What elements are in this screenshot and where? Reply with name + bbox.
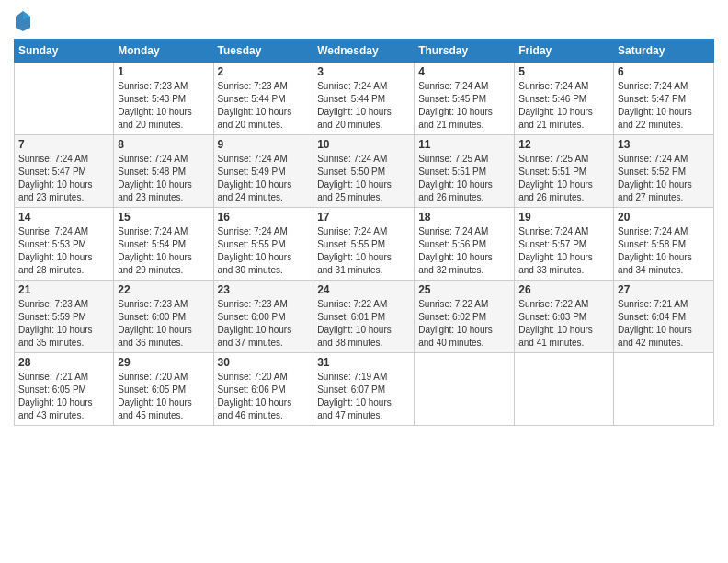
calendar-cell: 10Sunrise: 7:24 AMSunset: 5:50 PMDayligh… bbox=[313, 135, 415, 208]
sunset-text: Sunset: 5:47 PM bbox=[18, 166, 109, 178]
calendar-cell: 21Sunrise: 7:23 AMSunset: 5:59 PMDayligh… bbox=[15, 281, 114, 353]
daylight-text: Daylight: 10 hours bbox=[18, 251, 109, 264]
day-number: 16 bbox=[218, 211, 310, 224]
sunrise-text: Sunrise: 7:23 AM bbox=[118, 80, 209, 93]
calendar-cell: 12Sunrise: 7:25 AMSunset: 5:51 PMDayligh… bbox=[515, 135, 614, 208]
calendar-cell: 25Sunrise: 7:22 AMSunset: 6:02 PMDayligh… bbox=[415, 281, 515, 353]
day-info: Sunrise: 7:24 AMSunset: 5:55 PMDaylight:… bbox=[218, 225, 310, 277]
daylight-text: and 41 minutes. bbox=[518, 337, 609, 350]
sunrise-text: Sunrise: 7:24 AM bbox=[118, 153, 209, 166]
calendar-cell: 1Sunrise: 7:23 AMSunset: 5:43 PMDaylight… bbox=[114, 63, 213, 135]
daylight-text: Daylight: 10 hours bbox=[618, 178, 710, 191]
daylight-text: Daylight: 10 hours bbox=[218, 106, 310, 119]
daylight-text: and 20 minutes. bbox=[118, 119, 209, 132]
calendar-cell bbox=[15, 63, 114, 135]
sunrise-text: Sunrise: 7:22 AM bbox=[418, 298, 510, 311]
sunrise-text: Sunrise: 7:24 AM bbox=[317, 80, 410, 93]
sunrise-text: Sunrise: 7:24 AM bbox=[218, 153, 310, 166]
sunrise-text: Sunrise: 7:24 AM bbox=[317, 153, 410, 166]
sunrise-text: Sunrise: 7:23 AM bbox=[118, 298, 209, 311]
sunrise-text: Sunrise: 7:22 AM bbox=[518, 298, 609, 311]
sunset-text: Sunset: 5:54 PM bbox=[118, 238, 209, 251]
calendar-cell: 23Sunrise: 7:23 AMSunset: 6:00 PMDayligh… bbox=[213, 281, 313, 353]
sunset-text: Sunset: 5:47 PM bbox=[618, 93, 710, 106]
daylight-text: Daylight: 10 hours bbox=[317, 396, 410, 409]
day-number: 27 bbox=[618, 283, 710, 296]
sunset-text: Sunset: 5:57 PM bbox=[518, 238, 609, 251]
day-info: Sunrise: 7:24 AMSunset: 5:55 PMDaylight:… bbox=[317, 225, 410, 277]
day-number: 3 bbox=[317, 65, 410, 78]
sunset-text: Sunset: 5:45 PM bbox=[418, 93, 510, 106]
daylight-text: and 23 minutes. bbox=[118, 191, 209, 204]
day-info: Sunrise: 7:21 AMSunset: 6:05 PMDaylight:… bbox=[18, 371, 109, 422]
daylight-text: Daylight: 10 hours bbox=[317, 324, 410, 337]
calendar-cell: 3Sunrise: 7:24 AMSunset: 5:44 PMDaylight… bbox=[313, 63, 415, 135]
calendar-cell: 16Sunrise: 7:24 AMSunset: 5:55 PMDayligh… bbox=[213, 208, 313, 281]
daylight-text: and 21 minutes. bbox=[518, 119, 609, 132]
daylight-text: Daylight: 10 hours bbox=[218, 251, 310, 264]
weekday-header-tuesday: Tuesday bbox=[213, 40, 313, 63]
calendar-cell: 5Sunrise: 7:24 AMSunset: 5:46 PMDaylight… bbox=[515, 63, 614, 135]
day-info: Sunrise: 7:24 AMSunset: 5:45 PMDaylight:… bbox=[418, 80, 510, 132]
day-info: Sunrise: 7:25 AMSunset: 5:51 PMDaylight:… bbox=[418, 153, 510, 204]
day-number: 25 bbox=[418, 283, 510, 296]
day-info: Sunrise: 7:24 AMSunset: 5:58 PMDaylight:… bbox=[618, 225, 710, 277]
calendar-cell: 11Sunrise: 7:25 AMSunset: 5:51 PMDayligh… bbox=[415, 135, 515, 208]
day-number: 6 bbox=[618, 65, 710, 78]
day-number: 17 bbox=[317, 211, 410, 224]
daylight-text: Daylight: 10 hours bbox=[418, 106, 510, 119]
day-info: Sunrise: 7:24 AMSunset: 5:46 PMDaylight:… bbox=[518, 80, 609, 132]
sunrise-text: Sunrise: 7:24 AM bbox=[118, 225, 209, 238]
daylight-text: and 37 minutes. bbox=[218, 337, 310, 350]
day-info: Sunrise: 7:24 AMSunset: 5:47 PMDaylight:… bbox=[18, 153, 109, 204]
daylight-text: Daylight: 10 hours bbox=[418, 251, 510, 264]
sunrise-text: Sunrise: 7:24 AM bbox=[618, 225, 710, 238]
calendar-cell: 2Sunrise: 7:23 AMSunset: 5:44 PMDaylight… bbox=[213, 63, 313, 135]
calendar-cell: 29Sunrise: 7:20 AMSunset: 6:05 PMDayligh… bbox=[114, 353, 213, 426]
sunrise-text: Sunrise: 7:23 AM bbox=[218, 80, 310, 93]
day-number: 11 bbox=[418, 138, 510, 151]
day-number: 9 bbox=[218, 138, 310, 151]
day-number: 15 bbox=[118, 211, 209, 224]
day-number: 20 bbox=[618, 211, 710, 224]
day-info: Sunrise: 7:24 AMSunset: 5:56 PMDaylight:… bbox=[418, 225, 510, 277]
weekday-header-wednesday: Wednesday bbox=[313, 40, 415, 63]
sunrise-text: Sunrise: 7:24 AM bbox=[18, 225, 109, 238]
calendar-cell: 4Sunrise: 7:24 AMSunset: 5:45 PMDaylight… bbox=[415, 63, 515, 135]
sunset-text: Sunset: 5:52 PM bbox=[618, 166, 710, 178]
sunset-text: Sunset: 6:05 PM bbox=[118, 384, 209, 396]
sunrise-text: Sunrise: 7:19 AM bbox=[317, 371, 410, 384]
daylight-text: Daylight: 10 hours bbox=[618, 251, 710, 264]
day-info: Sunrise: 7:23 AMSunset: 5:59 PMDaylight:… bbox=[18, 298, 109, 350]
daylight-text: and 24 minutes. bbox=[218, 191, 310, 204]
day-info: Sunrise: 7:22 AMSunset: 6:02 PMDaylight:… bbox=[418, 298, 510, 350]
calendar-cell: 17Sunrise: 7:24 AMSunset: 5:55 PMDayligh… bbox=[313, 208, 415, 281]
calendar-cell: 15Sunrise: 7:24 AMSunset: 5:54 PMDayligh… bbox=[114, 208, 213, 281]
day-info: Sunrise: 7:23 AMSunset: 5:44 PMDaylight:… bbox=[218, 80, 310, 132]
daylight-text: Daylight: 10 hours bbox=[317, 178, 410, 191]
sunrise-text: Sunrise: 7:24 AM bbox=[518, 225, 609, 238]
calendar-cell: 6Sunrise: 7:24 AMSunset: 5:47 PMDaylight… bbox=[614, 63, 714, 135]
calendar-cell bbox=[515, 353, 614, 426]
sunset-text: Sunset: 5:55 PM bbox=[218, 238, 310, 251]
sunrise-text: Sunrise: 7:24 AM bbox=[317, 225, 410, 238]
daylight-text: and 26 minutes. bbox=[518, 191, 609, 204]
daylight-text: and 20 minutes. bbox=[317, 119, 410, 132]
daylight-text: and 46 minutes. bbox=[218, 409, 310, 422]
day-info: Sunrise: 7:24 AMSunset: 5:52 PMDaylight:… bbox=[618, 153, 710, 204]
day-number: 22 bbox=[118, 283, 209, 296]
calendar-cell: 9Sunrise: 7:24 AMSunset: 5:49 PMDaylight… bbox=[213, 135, 313, 208]
day-number: 28 bbox=[18, 356, 109, 369]
daylight-text: and 42 minutes. bbox=[618, 337, 710, 350]
daylight-text: Daylight: 10 hours bbox=[618, 106, 710, 119]
day-info: Sunrise: 7:25 AMSunset: 5:51 PMDaylight:… bbox=[518, 153, 609, 204]
sunset-text: Sunset: 5:48 PM bbox=[118, 166, 209, 178]
sunset-text: Sunset: 5:49 PM bbox=[218, 166, 310, 178]
sunrise-text: Sunrise: 7:24 AM bbox=[18, 153, 109, 166]
sunset-text: Sunset: 6:07 PM bbox=[317, 384, 410, 396]
sunrise-text: Sunrise: 7:20 AM bbox=[118, 371, 209, 384]
daylight-text: and 26 minutes. bbox=[418, 191, 510, 204]
day-number: 24 bbox=[317, 283, 410, 296]
calendar-cell bbox=[614, 353, 714, 426]
week-row-3: 21Sunrise: 7:23 AMSunset: 5:59 PMDayligh… bbox=[15, 281, 714, 353]
